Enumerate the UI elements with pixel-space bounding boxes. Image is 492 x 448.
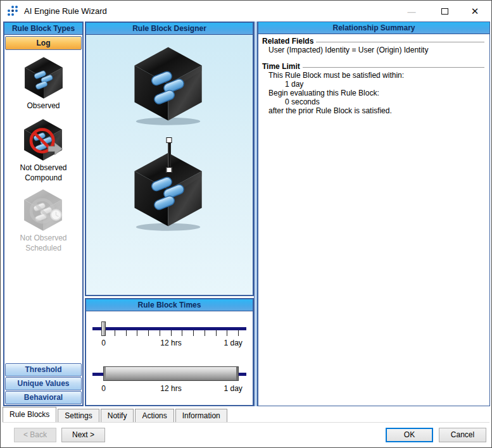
- rule-block-times-header: Rule Block Times: [86, 299, 253, 311]
- type-item-not-observed-scheduled: Not Observed Scheduled: [20, 188, 66, 252]
- tab-settings[interactable]: Settings: [58, 409, 99, 422]
- tab-actions[interactable]: Actions: [135, 409, 173, 422]
- behavioral-button[interactable]: Behavioral: [5, 391, 82, 404]
- type-item-label: Not Observed: [20, 164, 66, 172]
- minimize-button[interactable]: —: [401, 4, 422, 18]
- relationship-summary-panel: Relationship Summary Related Fields User…: [258, 22, 490, 406]
- window-title: AI Engine Rule Wizard: [24, 6, 107, 16]
- tab-notify[interactable]: Notify: [101, 409, 134, 422]
- section-divider: [316, 42, 484, 42]
- tab-rule-blocks[interactable]: Rule Blocks: [3, 407, 56, 422]
- ok-button[interactable]: OK: [386, 428, 433, 442]
- not-observed-compound-icon: [22, 118, 65, 162]
- summary-body: Related Fields User (Impacted) Identity …: [258, 34, 489, 115]
- next-button[interactable]: Next >: [61, 428, 105, 442]
- section-title: Time Limit: [262, 62, 300, 71]
- begin-evaluating-value: 0 seconds: [285, 97, 484, 106]
- threshold-button[interactable]: Threshold: [5, 363, 82, 376]
- rule-block-designer-header: Rule Block Designer: [86, 23, 253, 35]
- rule-block-link[interactable]: [168, 141, 171, 169]
- title-bar: AI Engine Rule Wizard — ✕: [1, 1, 491, 21]
- ai-engine-rule-wizard-window: AI Engine Rule Wizard — ✕ Rule Block Typ…: [0, 0, 492, 448]
- type-item-label: Not Observed: [20, 234, 66, 242]
- range-bar-handle[interactable]: [103, 366, 239, 381]
- section-title: Related Fields: [262, 37, 313, 46]
- rule-block-1-cube-icon[interactable]: [129, 45, 206, 126]
- maximize-button[interactable]: [434, 4, 455, 18]
- begin-evaluating-slider: 0 12 hrs 1 day: [92, 314, 246, 352]
- begin-evaluating-text: Begin evaluating this Rule Block:: [268, 89, 484, 97]
- not-observed-scheduled-icon: [22, 188, 65, 232]
- log-category-button[interactable]: Log: [5, 36, 82, 50]
- unique-values-button[interactable]: Unique Values: [5, 377, 82, 390]
- time-limit-text: This Rule Block must be satisfied within…: [268, 71, 484, 80]
- maximize-icon: [441, 8, 448, 15]
- app-logo-icon: [7, 6, 18, 16]
- cancel-button[interactable]: Cancel: [439, 428, 486, 442]
- time-limit-value: 1 day: [285, 80, 484, 89]
- slider-labels: 0 12 hrs 1 day: [103, 384, 239, 393]
- rule-block-types-header: Rule Block Types: [4, 23, 82, 35]
- link-handle-top[interactable]: [167, 137, 172, 143]
- time-limit-section: Time Limit This Rule Block must be satis…: [262, 62, 484, 115]
- type-item-not-observed-compound[interactable]: Not Observed Compound: [20, 118, 66, 182]
- after-prior-text: after the prior Rule Block is satisfied.: [268, 106, 484, 115]
- observed-cube-icon: [22, 56, 65, 100]
- slider-ticks: [103, 330, 239, 336]
- rule-block-times-panel: Rule Block Times 0 12 hrs 1 day 0 12 hrs…: [85, 298, 254, 406]
- time-limit-range-slider: 0 12 hrs 1 day: [92, 360, 246, 398]
- slider-labels: 0 12 hrs 1 day: [103, 339, 239, 347]
- designer-canvas[interactable]: [86, 35, 253, 295]
- slider-handle[interactable]: [101, 321, 106, 336]
- type-item-observed[interactable]: Observed: [22, 56, 65, 112]
- related-fields-text: User (Impacted) Identity = User (Origin)…: [268, 46, 484, 54]
- rule-block-types-panel: Rule Block Types Log Observed Not Observ…: [3, 22, 84, 406]
- rule-block-type-list: Observed Not Observed Compound Not Obser…: [4, 51, 82, 363]
- rule-block-designer-panel: Rule Block Designer: [85, 22, 254, 296]
- close-button[interactable]: ✕: [465, 4, 485, 18]
- back-button: < Back: [14, 428, 56, 442]
- wizard-tab-strip: Rule Blocks Settings Notify Actions Info…: [3, 408, 489, 423]
- relationship-summary-header: Relationship Summary: [258, 22, 489, 34]
- type-item-label: Observed: [27, 102, 60, 110]
- link-handle-bottom[interactable]: [167, 167, 172, 173]
- section-divider: [303, 67, 484, 68]
- category-buttons: Threshold Unique Values Behavioral: [4, 363, 82, 404]
- tab-information[interactable]: Information: [175, 409, 227, 422]
- related-fields-section: Related Fields User (Impacted) Identity …: [262, 37, 484, 54]
